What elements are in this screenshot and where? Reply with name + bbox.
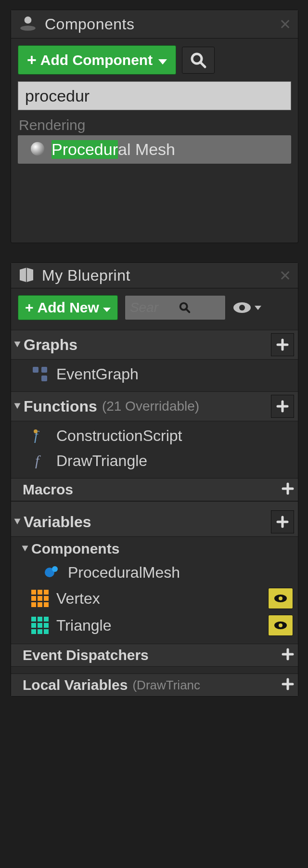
subsection-components-label: Components <box>31 541 119 557</box>
svg-point-24 <box>279 623 282 627</box>
svg-marker-18 <box>22 546 28 552</box>
add-macro-button[interactable] <box>282 482 294 497</box>
svg-point-10 <box>239 305 245 311</box>
svg-point-0 <box>25 16 32 24</box>
eye-icon <box>273 594 288 603</box>
blueprint-tab-title: My Blueprint <box>42 267 279 285</box>
graph-icon <box>30 364 50 384</box>
expander-icon <box>13 402 22 411</box>
add-new-label: Add New <box>38 299 99 316</box>
blueprint-search-box[interactable] <box>125 295 226 320</box>
sphere-icon <box>29 141 46 159</box>
add-component-button[interactable]: + Add Component <box>18 45 176 75</box>
expander-icon <box>13 340 22 349</box>
plus-icon <box>282 482 294 495</box>
section-variables-header[interactable]: Variables <box>11 501 298 537</box>
visibility-badge[interactable] <box>268 615 293 636</box>
eye-icon <box>232 301 252 314</box>
blueprint-panel-body: + Add New <box>11 288 298 320</box>
section-functions-header[interactable]: Functions (21 Overridable) <box>11 391 298 421</box>
component-search-input[interactable] <box>18 81 291 110</box>
add-new-button[interactable]: + Add New <box>18 295 118 320</box>
item-constructionscript[interactable]: f ConstructionScript <box>11 423 298 448</box>
svg-marker-17 <box>14 519 21 525</box>
blueprint-tab-icon <box>18 266 35 285</box>
add-variable-button[interactable] <box>271 510 294 533</box>
item-vertex[interactable]: Vertex <box>11 585 298 612</box>
plus-icon: + <box>25 299 34 316</box>
blueprint-panel: My Blueprint ✕ + Add New <box>11 262 298 697</box>
section-localvariables-header[interactable]: Local Variables (DrawTrianc <box>11 674 298 696</box>
section-functions-label: Functions <box>24 398 97 415</box>
search-icon <box>178 301 192 314</box>
constructionscript-label: ConstructionScript <box>56 427 182 445</box>
svg-point-15 <box>34 429 38 433</box>
section-macros-label: Macros <box>23 481 73 498</box>
localvariables-scope: (DrawTrianc <box>132 678 200 693</box>
svg-marker-2 <box>158 59 167 65</box>
section-graphs-header[interactable]: Graphs <box>11 330 298 360</box>
svg-marker-12 <box>14 342 21 348</box>
svg-point-5 <box>31 142 44 155</box>
add-localvariable-button[interactable] <box>282 678 294 692</box>
functions-overridable-count: (21 Overridable) <box>102 399 199 414</box>
result-procedural-mesh[interactable]: Procedural Mesh <box>18 135 291 164</box>
section-eventdispatchers-header[interactable]: Event Dispatchers <box>11 644 298 667</box>
plus-icon <box>276 516 289 528</box>
caret-down-icon <box>255 305 261 311</box>
section-variables-label: Variables <box>24 513 91 531</box>
blueprint-panel-header: My Blueprint ✕ <box>11 263 298 288</box>
svg-line-8 <box>186 309 189 312</box>
function-icon: f <box>30 451 50 470</box>
drawtriangle-label: DrawTriangle <box>56 452 147 470</box>
blueprint-toolbar: + Add New <box>18 295 291 320</box>
visibility-filter-button[interactable] <box>232 301 261 314</box>
result-rest: al Mesh <box>118 140 175 159</box>
search-button[interactable] <box>182 47 215 74</box>
result-highlight: Procedur <box>51 140 118 159</box>
add-eventdispatcher-button[interactable] <box>282 648 294 662</box>
plus-icon: + <box>27 51 37 69</box>
item-triangle[interactable]: Triangle <box>11 612 298 639</box>
components-tab-title: Components <box>45 15 279 33</box>
section-macros-header[interactable]: Macros <box>11 478 298 501</box>
close-icon[interactable]: ✕ <box>279 267 291 284</box>
components-panel-header: Components ✕ <box>11 10 298 39</box>
plus-icon <box>276 338 289 351</box>
triangle-label: Triangle <box>56 617 111 635</box>
visibility-badge[interactable] <box>268 588 293 609</box>
results-group-label: Rendering <box>18 115 291 135</box>
add-component-label: Add Component <box>40 52 153 68</box>
eventgraph-label: EventGraph <box>56 365 139 383</box>
add-function-button[interactable] <box>271 395 294 418</box>
caret-down-icon <box>103 299 111 316</box>
section-eventdispatchers-label: Event Dispatchers <box>23 647 149 663</box>
plus-icon <box>282 678 294 690</box>
svg-point-20 <box>52 566 58 572</box>
svg-marker-6 <box>103 308 111 312</box>
item-proceduralmesh[interactable]: ProceduralMesh <box>11 560 298 585</box>
svg-line-4 <box>200 62 205 67</box>
vertex-label: Vertex <box>56 590 100 608</box>
components-tab-icon <box>18 13 38 35</box>
add-graph-button[interactable] <box>271 333 294 356</box>
eye-icon <box>273 621 288 630</box>
svg-point-1 <box>20 26 36 31</box>
expander-icon <box>21 544 29 553</box>
proceduralmesh-label: ProceduralMesh <box>68 564 180 582</box>
subsection-components-header[interactable]: Components <box>11 537 298 558</box>
array-icon <box>30 589 50 608</box>
svg-marker-13 <box>14 403 21 409</box>
section-localvariables-label: Local Variables <box>23 677 128 693</box>
svg-point-22 <box>279 596 282 600</box>
section-graphs-label: Graphs <box>24 336 77 354</box>
expander-icon <box>13 518 22 526</box>
components-panel: Components ✕ + Add Component <box>11 10 298 243</box>
item-drawtriangle[interactable]: f DrawTriangle <box>11 448 298 473</box>
close-icon[interactable]: ✕ <box>279 16 291 33</box>
caret-down-icon <box>158 52 167 68</box>
blueprint-search-input[interactable] <box>130 300 178 315</box>
plus-icon <box>276 400 289 413</box>
item-eventgraph[interactable]: EventGraph <box>11 362 298 387</box>
svg-marker-11 <box>255 306 261 310</box>
